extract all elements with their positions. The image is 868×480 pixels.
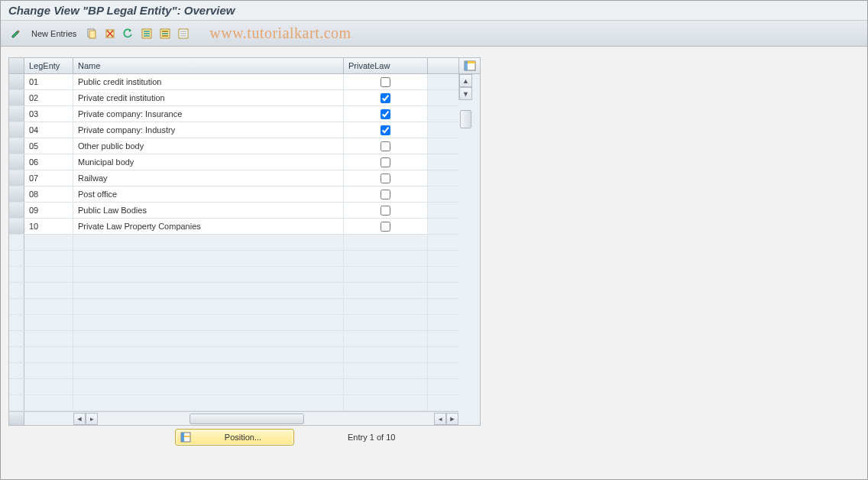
hscroll-track[interactable]	[98, 413, 434, 425]
cell-private-law[interactable]	[344, 299, 428, 314]
scroll-left-icon[interactable]: ◄	[73, 413, 86, 425]
cell-leg-entity[interactable]: 09	[24, 203, 73, 218]
row-selector[interactable]	[9, 283, 24, 298]
cell-private-law[interactable]	[344, 138, 428, 154]
cell-leg-entity[interactable]	[24, 379, 73, 394]
cell-name[interactable]: Private Law Property Companies	[73, 219, 344, 234]
cell-name[interactable]: Railway	[73, 170, 344, 186]
private-law-checkbox[interactable]	[381, 157, 390, 167]
cell-private-law[interactable]	[344, 315, 428, 330]
cell-leg-entity[interactable]	[24, 363, 73, 378]
cell-leg-entity[interactable]: 02	[24, 90, 73, 105]
cell-leg-entity[interactable]: 05	[24, 138, 73, 154]
undo-icon[interactable]	[121, 26, 136, 41]
cell-private-law[interactable]	[344, 170, 428, 186]
cell-private-law[interactable]	[344, 186, 428, 202]
cell-leg-entity[interactable]	[24, 315, 73, 330]
row-selector[interactable]	[9, 299, 24, 314]
cell-name[interactable]	[73, 395, 344, 410]
cell-name[interactable]	[73, 251, 344, 266]
scroll-left-fast-icon[interactable]: ▸	[86, 413, 98, 425]
cell-private-law[interactable]	[344, 122, 428, 138]
cell-name[interactable]: Private credit institution	[73, 90, 344, 105]
row-selector[interactable]	[9, 235, 24, 250]
cell-leg-entity[interactable]: 01	[24, 74, 73, 89]
hscroll-thumb[interactable]	[189, 414, 304, 424]
cell-private-law[interactable]	[344, 363, 428, 378]
cell-name[interactable]: Other public body	[73, 138, 344, 154]
cell-private-law[interactable]	[344, 395, 428, 410]
cell-leg-entity[interactable]	[24, 251, 73, 266]
cell-name[interactable]	[73, 283, 344, 298]
private-law-checkbox[interactable]	[381, 141, 390, 151]
row-selector[interactable]	[9, 74, 24, 89]
scroll-down-icon[interactable]: ▼	[459, 87, 472, 100]
row-selector[interactable]	[9, 315, 24, 330]
cell-private-law[interactable]	[344, 90, 428, 105]
row-selector[interactable]	[9, 154, 24, 170]
cell-private-law[interactable]	[344, 267, 428, 282]
cell-name[interactable]	[73, 267, 344, 282]
cell-name[interactable]: Post office	[73, 186, 344, 202]
cell-private-law[interactable]	[344, 154, 428, 170]
cell-private-law[interactable]	[344, 219, 428, 234]
select-block-icon[interactable]	[157, 26, 173, 41]
cell-private-law[interactable]	[344, 347, 428, 362]
private-law-checkbox[interactable]	[381, 93, 390, 103]
table-config-icon[interactable]	[458, 58, 480, 74]
private-law-checkbox[interactable]	[381, 222, 390, 232]
cell-leg-entity[interactable]	[24, 283, 73, 298]
cell-private-law[interactable]	[344, 251, 428, 266]
header-private-law[interactable]: PrivateLaw	[344, 58, 428, 73]
cell-leg-entity[interactable]	[24, 331, 73, 346]
row-selector[interactable]	[9, 90, 24, 105]
private-law-checkbox[interactable]	[381, 77, 390, 87]
cell-leg-entity[interactable]: 10	[24, 219, 73, 234]
scroll-right-fast-icon[interactable]: ◂	[434, 413, 446, 425]
row-selector[interactable]	[9, 138, 24, 154]
row-selector[interactable]	[9, 363, 24, 378]
row-selector[interactable]	[9, 203, 24, 218]
cell-name[interactable]	[73, 347, 344, 362]
row-selector[interactable]	[9, 379, 24, 394]
cell-leg-entity[interactable]	[24, 347, 73, 362]
cell-name[interactable]: Public Law Bodies	[73, 203, 344, 218]
cell-name[interactable]	[73, 315, 344, 330]
position-button[interactable]: Position...	[175, 429, 294, 446]
cell-name[interactable]	[73, 379, 344, 394]
cell-private-law[interactable]	[344, 235, 428, 250]
cell-name[interactable]: Municipal body	[73, 154, 344, 170]
toggle-display-change-icon[interactable]	[8, 26, 24, 41]
private-law-checkbox[interactable]	[381, 190, 390, 199]
cell-private-law[interactable]	[344, 106, 428, 122]
vscroll-thumb[interactable]	[460, 110, 471, 128]
cell-leg-entity[interactable]: 08	[24, 186, 73, 202]
row-selector[interactable]	[9, 395, 24, 410]
select-all-icon[interactable]	[139, 26, 154, 41]
cell-name[interactable]: Private company: Insurance	[73, 106, 344, 122]
cell-leg-entity[interactable]: 03	[24, 106, 73, 122]
cell-leg-entity[interactable]: 06	[24, 154, 73, 170]
header-row-selector[interactable]	[9, 58, 24, 73]
row-selector[interactable]	[9, 186, 24, 202]
cell-name[interactable]: Public credit institution	[73, 74, 344, 89]
cell-private-law[interactable]	[344, 379, 428, 394]
cell-name[interactable]	[73, 363, 344, 378]
row-selector[interactable]	[9, 331, 24, 346]
row-selector[interactable]	[9, 267, 24, 282]
cell-private-law[interactable]	[344, 283, 428, 298]
header-leg-entity[interactable]: LegEnty	[24, 58, 73, 73]
delete-icon[interactable]	[102, 26, 118, 41]
row-selector[interactable]	[9, 219, 24, 234]
private-law-checkbox[interactable]	[381, 125, 390, 135]
private-law-checkbox[interactable]	[381, 174, 390, 183]
cell-leg-entity[interactable]	[24, 395, 73, 410]
deselect-all-icon[interactable]	[176, 26, 191, 41]
cell-leg-entity[interactable]	[24, 299, 73, 314]
row-selector[interactable]	[9, 106, 24, 122]
new-entries-button[interactable]: New Entries	[27, 28, 81, 40]
cell-name[interactable]: Private company: Industry	[73, 122, 344, 138]
cell-private-law[interactable]	[344, 331, 428, 346]
cell-private-law[interactable]	[344, 203, 428, 218]
private-law-checkbox[interactable]	[381, 206, 390, 216]
